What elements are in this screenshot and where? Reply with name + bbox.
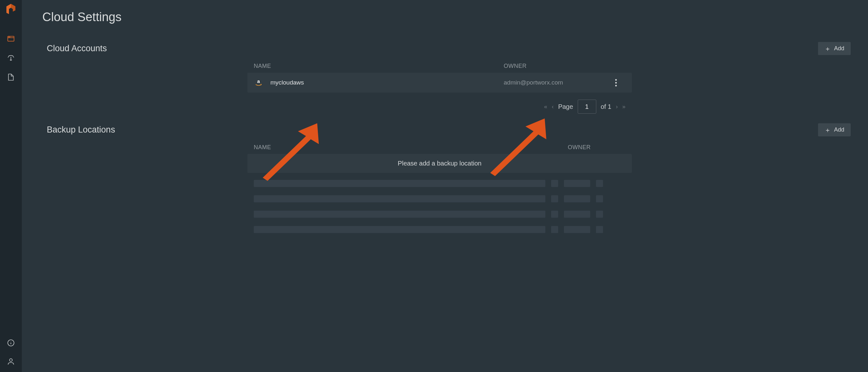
pagination: « ‹ Page of 1 › » xyxy=(247,93,632,114)
svg-point-6 xyxy=(8,57,8,58)
account-owner: admin@portworx.com xyxy=(504,79,606,86)
cloud-accounts-title: Cloud Accounts xyxy=(47,43,107,54)
page-of-label: of 1 xyxy=(601,103,611,110)
aws-icon: a xyxy=(254,78,264,88)
column-owner: OWNER xyxy=(568,144,625,151)
column-name: NAME xyxy=(254,144,568,151)
kebab-icon xyxy=(615,79,617,87)
pager-next-icon[interactable]: › xyxy=(616,103,618,110)
nav-cluster-icon[interactable] xyxy=(7,54,15,62)
empty-state-message: Please add a backup location xyxy=(247,154,632,173)
account-name: mycloudaws xyxy=(271,79,304,86)
page-title: Cloud Settings xyxy=(42,10,851,24)
backup-locations-title: Backup Locations xyxy=(47,125,115,135)
sidebar xyxy=(0,0,22,372)
table-row[interactable]: a mycloudaws admin@portworx.com xyxy=(247,73,632,93)
nav-backup-icon[interactable] xyxy=(7,73,15,81)
portworx-logo xyxy=(5,3,17,19)
add-backup-location-button[interactable]: ＋ Add xyxy=(818,123,851,136)
page-input[interactable] xyxy=(578,100,596,114)
column-name: NAME xyxy=(254,63,504,69)
svg-text:a: a xyxy=(257,78,260,84)
add-label: Add xyxy=(834,45,844,52)
svg-point-7 xyxy=(13,57,14,58)
pager-last-icon[interactable]: » xyxy=(622,103,625,110)
column-owner: OWNER xyxy=(504,63,606,69)
pager-prev-icon[interactable]: ‹ xyxy=(552,103,554,110)
add-cloud-account-button[interactable]: ＋ Add xyxy=(818,42,851,55)
nav-dashboard-icon[interactable] xyxy=(7,35,15,43)
backup-locations-table: NAME OWNER Please add a backup location xyxy=(247,141,632,233)
placeholder-skeleton xyxy=(247,180,632,233)
svg-point-10 xyxy=(10,341,11,342)
pager-first-icon[interactable]: « xyxy=(544,103,547,110)
backup-locations-section: Backup Locations ＋ Add NAME OWNER Please… xyxy=(42,123,851,233)
add-label: Add xyxy=(834,127,844,133)
cloud-accounts-table: NAME OWNER a mycloudaws admin@portworx.c… xyxy=(247,60,632,114)
nav-info-icon[interactable] xyxy=(7,339,15,347)
svg-point-11 xyxy=(10,359,12,362)
plus-icon: ＋ xyxy=(825,45,831,52)
svg-point-2 xyxy=(9,37,9,37)
plus-icon: ＋ xyxy=(825,127,831,133)
page-label: Page xyxy=(558,103,573,110)
row-actions-button[interactable] xyxy=(606,79,625,87)
main-content: Cloud Settings Cloud Accounts ＋ Add NAME… xyxy=(22,0,868,233)
nav-user-icon[interactable] xyxy=(7,357,15,366)
cloud-accounts-section: Cloud Accounts ＋ Add NAME OWNER a xyxy=(42,42,851,114)
